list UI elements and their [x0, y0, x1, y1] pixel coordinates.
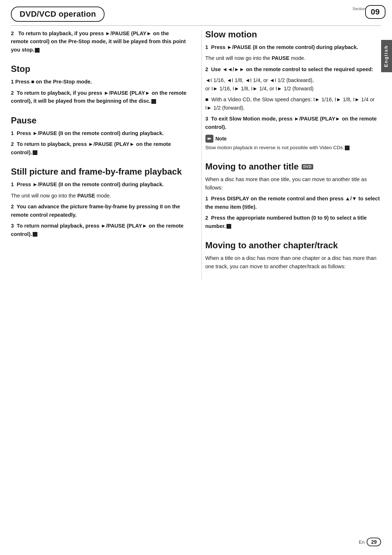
pause-title: Pause	[11, 115, 187, 126]
moving-title-section: Moving to another title DVD When a disc …	[205, 162, 381, 230]
still-step2: 2 You can advance the picture frame-by-f…	[11, 203, 187, 219]
stop-symbol-3	[33, 150, 37, 155]
right-column: Slow motion 1 Press ►/PAUSE (II on the r…	[201, 29, 381, 281]
still-picture-title: Still picture and frame-by-frame playbac…	[11, 167, 187, 177]
pause-step2: 2 To return to playback, press ►/PAUSE (…	[11, 140, 187, 156]
still-step1: 1 Press ►/PAUSE (II on the remote contro…	[11, 180, 187, 188]
slow-step1-note: The unit will now go into the PAUSE mode…	[205, 54, 381, 62]
note-text: Slow motion playback in reverse is not p…	[205, 144, 381, 151]
pre-stop-step: 2	[11, 30, 14, 36]
slow-motion-section: Slow motion 1 Press ►/PAUSE (II on the r…	[205, 29, 381, 151]
pre-stop-instruction: To return to playback, if you press ►/PA…	[11, 30, 186, 53]
stop-symbol-6	[226, 224, 231, 229]
note-icon: ✏	[205, 135, 213, 143]
slow-step1: 1 Press ►/PAUSE (II on the remote contro…	[205, 43, 381, 51]
language-tab: English	[381, 40, 392, 72]
slow-step2-vcd: ■ With a Video CD, the Slow speed change…	[205, 95, 381, 112]
left-column: 2 To return to playback, if you press ►/…	[11, 29, 191, 281]
page-title: DVD/VCD operation	[11, 7, 105, 22]
note-label: Note	[216, 136, 227, 142]
still-step3: 3 To return normal playback, press ►/PAU…	[11, 222, 187, 238]
pre-stop-section: 2 To return to playback, if you press ►/…	[11, 29, 187, 54]
stop-symbol-5	[345, 146, 350, 150]
page-footer: En 29	[359, 538, 381, 546]
stop-step2: 2 To return to playback, if you press ►/…	[11, 89, 187, 105]
moving-chapter-intro: When a title on a disc has more than one…	[205, 254, 381, 270]
moving-chapter-title: Moving to another chapter/track	[205, 240, 381, 250]
moving-title-step1: 1 Press DISPLAY on the remote control an…	[205, 195, 381, 211]
stop-symbol	[35, 48, 40, 53]
footer-en-label: En	[359, 539, 365, 545]
main-content: 2 To return to playback, if you press ►/…	[0, 26, 392, 291]
stop-symbol-2	[151, 99, 156, 104]
moving-title-intro: When a disc has more than one title, you…	[205, 175, 381, 192]
section-number: 09	[365, 5, 385, 19]
pause-section: Pause 1 Press ►/PAUSE (II on the remote …	[11, 115, 187, 156]
stop-symbol-4	[33, 232, 37, 237]
moving-title-header: Moving to another title DVD	[205, 162, 381, 172]
stop-title: Stop	[11, 64, 187, 74]
still-step1-note: The unit will now go into the PAUSE mode…	[11, 192, 187, 200]
section-label: Section	[352, 7, 366, 11]
moving-title-text: Moving to another title	[205, 162, 299, 172]
footer-page-number: 29	[367, 538, 381, 546]
page-header: DVD/VCD operation Section 09	[0, 0, 392, 25]
note-header: ✏ Note	[205, 135, 381, 143]
slow-step2-header: 2 Use ◄◄/►► on the remote control to sel…	[205, 65, 381, 73]
slow-step3: 3 To exit Slow Motion mode, press ►/PAUS…	[205, 115, 381, 131]
pre-stop-text: 2 To return to playback, if you press ►/…	[11, 29, 187, 54]
stop-step1: 1 Press ■ on the Pre-Stop mode.	[11, 78, 187, 86]
note-box: ✏ Note Slow motion playback in reverse i…	[205, 135, 381, 151]
pause-step1: 1 Press ►/PAUSE (II on the remote contro…	[11, 129, 187, 137]
dvd-badge: DVD	[302, 164, 314, 170]
slow-step2-speeds: ◄I 1/16, ◄I 1/8, ◄I 1/4, or ◄I 1/2 (back…	[205, 76, 381, 93]
moving-chapter-section: Moving to another chapter/track When a t…	[205, 240, 381, 270]
stop-section: Stop 1 Press ■ on the Pre-Stop mode. 2 T…	[11, 64, 187, 105]
moving-title-step2: 2 Press the appropriate numbered button …	[205, 214, 381, 230]
slow-motion-title: Slow motion	[205, 29, 381, 40]
still-picture-section: Still picture and frame-by-frame playbac…	[11, 167, 187, 238]
